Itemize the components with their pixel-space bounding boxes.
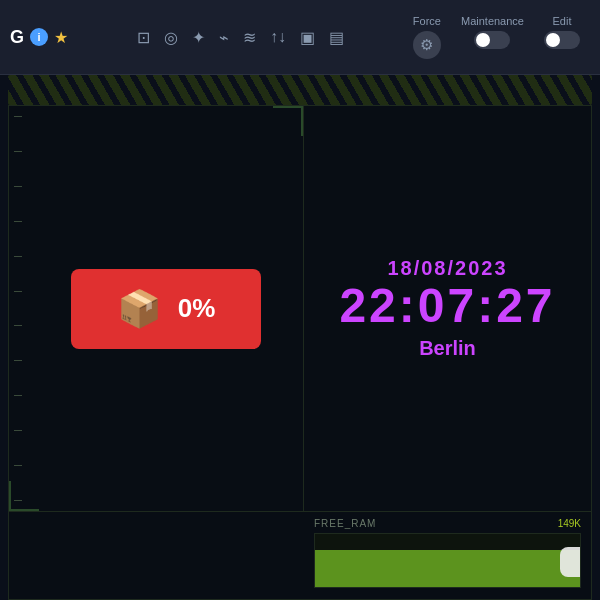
maintenance-toggle[interactable] <box>474 31 510 49</box>
logo: G <box>10 27 24 48</box>
box-percent: 0% <box>178 293 216 324</box>
chart-value: 149K <box>558 518 581 529</box>
eye-icon[interactable]: ◎ <box>164 28 178 47</box>
force-label: Force <box>413 15 441 27</box>
layers-icon[interactable]: ≋ <box>243 28 256 47</box>
chart-area <box>314 533 581 588</box>
edit-label: Edit <box>553 15 572 27</box>
ruler-mark <box>14 186 22 187</box>
ruler-mark <box>14 325 22 326</box>
ruler-mark <box>14 395 22 396</box>
time-display: 22:07:27 <box>339 280 555 333</box>
left-panel: 📦 0% <box>9 106 304 511</box>
ruler-mark <box>14 291 22 292</box>
ruler-mark <box>14 256 22 257</box>
city-display: Berlin <box>419 337 476 360</box>
main-content: 📦 0% 18/08/2023 22:07:27 Berlin FREE_RAM… <box>0 75 600 600</box>
chart-header: FREE_RAM 149K <box>314 518 581 529</box>
force-gear-button[interactable]: ⚙ <box>413 31 441 59</box>
corner-decoration-tr <box>273 106 303 136</box>
maintenance-control: Maintenance <box>461 15 524 49</box>
edit-control: Edit <box>544 15 580 49</box>
ruler-mark <box>14 116 22 117</box>
info-icon[interactable]: i <box>30 28 48 46</box>
force-control: Force ⚙ <box>413 15 441 59</box>
image-icon[interactable]: ▣ <box>300 28 315 47</box>
chart-label: FREE_RAM <box>314 518 376 529</box>
widget-box: 📦 0% <box>71 269 261 349</box>
chart-icon[interactable]: ↑↓ <box>270 28 286 46</box>
ruler-mark <box>14 360 22 361</box>
chart-fill <box>315 550 580 587</box>
maintenance-toggle-knob <box>476 33 490 47</box>
favorite-icon[interactable]: ★ <box>54 28 68 47</box>
date-display: 18/08/2023 <box>387 257 507 280</box>
top-stripe <box>8 75 592 105</box>
ruler <box>9 106 39 511</box>
frame-icon[interactable]: ⊡ <box>137 28 150 47</box>
dropper-icon[interactable]: ⌁ <box>219 28 229 47</box>
edit-toggle-knob <box>546 33 560 47</box>
box-icon: 📦 <box>117 288 162 330</box>
ruler-mark <box>14 465 22 466</box>
wand-icon[interactable]: ✦ <box>192 28 205 47</box>
corner-decoration-bl <box>9 481 39 511</box>
top-controls: Force ⚙ Maintenance Edit <box>413 15 580 59</box>
chart-blob <box>560 547 581 577</box>
top-left: G i ★ <box>10 27 68 48</box>
top-icons: ⊡ ◎ ✦ ⌁ ≋ ↑↓ ▣ ▤ <box>137 28 344 47</box>
ruler-mark <box>14 151 22 152</box>
edit-toggle[interactable] <box>544 31 580 49</box>
dashboard-grid: 📦 0% 18/08/2023 22:07:27 Berlin FREE_RAM… <box>8 105 592 600</box>
bottom-chart-area: FREE_RAM 149K <box>304 511 591 599</box>
maintenance-label: Maintenance <box>461 15 524 27</box>
file-icon[interactable]: ▤ <box>329 28 344 47</box>
right-panel: 18/08/2023 22:07:27 Berlin <box>304 106 591 511</box>
ruler-mark <box>14 430 22 431</box>
top-bar: G i ★ ⊡ ◎ ✦ ⌁ ≋ ↑↓ ▣ ▤ Force ⚙ Maintenan… <box>0 0 600 75</box>
ruler-mark <box>14 221 22 222</box>
left-bottom-panel <box>9 511 304 599</box>
